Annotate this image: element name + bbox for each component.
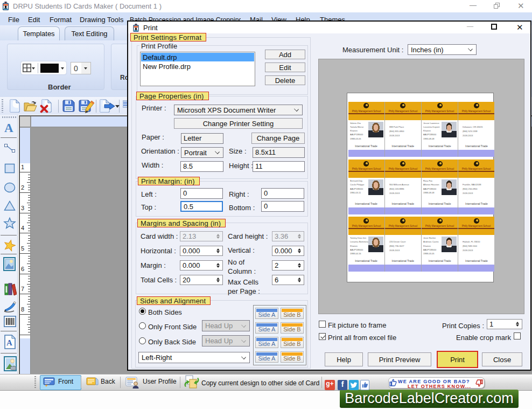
- svg-text:A: A: [6, 338, 12, 347]
